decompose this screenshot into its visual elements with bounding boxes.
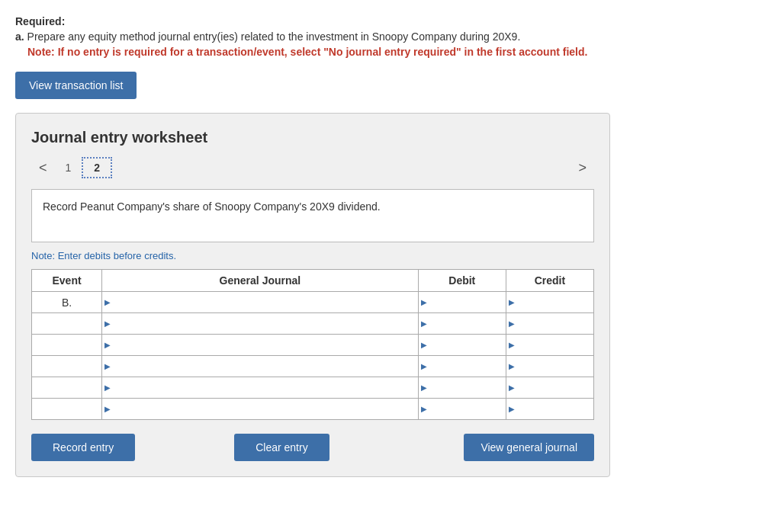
general-journal-cell[interactable]: ▶ bbox=[102, 377, 419, 399]
tab-1[interactable]: 1 bbox=[55, 159, 82, 177]
credit-arrow-icon: ▶ bbox=[506, 298, 516, 306]
debit-input[interactable] bbox=[429, 314, 506, 334]
worksheet-title: Journal entry worksheet bbox=[31, 129, 594, 146]
debit-cell[interactable]: ▶ bbox=[418, 399, 506, 420]
credit-input[interactable] bbox=[516, 293, 593, 312]
prev-tab-arrow[interactable]: < bbox=[31, 160, 55, 176]
general-journal-input[interactable] bbox=[112, 378, 418, 398]
credit-cell[interactable]: ▶ bbox=[506, 292, 593, 313]
debit-arrow-icon: ▶ bbox=[419, 341, 429, 349]
gj-arrow-icon: ▶ bbox=[102, 362, 112, 370]
table-row: ▶▶▶ bbox=[32, 356, 594, 377]
credit-arrow-icon: ▶ bbox=[506, 405, 516, 413]
credit-arrow-icon: ▶ bbox=[506, 319, 516, 328]
debit-cell[interactable]: ▶ bbox=[418, 292, 506, 313]
table-row: ▶▶▶ bbox=[32, 377, 594, 399]
record-entry-button[interactable]: Record entry bbox=[31, 434, 135, 461]
gj-arrow-icon: ▶ bbox=[102, 405, 112, 413]
debit-cell[interactable]: ▶ bbox=[418, 356, 506, 377]
general-journal-cell[interactable]: ▶ bbox=[102, 313, 419, 335]
debit-arrow-icon: ▶ bbox=[419, 405, 429, 413]
general-journal-input[interactable] bbox=[112, 399, 418, 419]
credit-arrow-icon: ▶ bbox=[506, 341, 516, 349]
debit-cell[interactable]: ▶ bbox=[418, 377, 506, 399]
worksheet-container: Journal entry worksheet < 1 2 > Record P… bbox=[15, 113, 610, 477]
debit-cell[interactable]: ▶ bbox=[418, 335, 506, 356]
event-cell bbox=[32, 356, 102, 377]
credit-cell[interactable]: ▶ bbox=[506, 399, 593, 420]
general-journal-cell[interactable]: ▶ bbox=[102, 335, 419, 356]
credit-cell[interactable]: ▶ bbox=[506, 313, 593, 335]
table-row: ▶▶▶ bbox=[32, 335, 594, 356]
tab-2[interactable]: 2 bbox=[82, 157, 112, 178]
event-cell bbox=[32, 313, 102, 335]
credit-arrow-icon: ▶ bbox=[506, 362, 516, 370]
table-row: ▶▶▶ bbox=[32, 399, 594, 420]
header-general-journal: General Journal bbox=[102, 270, 419, 292]
credit-cell[interactable]: ▶ bbox=[506, 356, 593, 377]
required-body: a. Prepare any equity method journal ent… bbox=[15, 30, 766, 43]
event-cell: B. bbox=[32, 292, 102, 313]
debit-input[interactable] bbox=[429, 378, 506, 398]
event-cell bbox=[32, 399, 102, 420]
debit-arrow-icon: ▶ bbox=[419, 298, 429, 306]
credit-input[interactable] bbox=[516, 399, 593, 419]
description-text: Record Peanut Company's share of Snoopy … bbox=[43, 200, 381, 213]
general-journal-input[interactable] bbox=[112, 357, 418, 377]
general-journal-input[interactable] bbox=[112, 293, 418, 312]
credit-input[interactable] bbox=[516, 335, 593, 355]
table-row: ▶▶▶ bbox=[32, 313, 594, 335]
debit-cell[interactable]: ▶ bbox=[418, 313, 506, 335]
header-debit: Debit bbox=[418, 270, 506, 292]
debit-arrow-icon: ▶ bbox=[419, 319, 429, 328]
required-note: Note: If no entry is required for a tran… bbox=[27, 46, 766, 58]
general-journal-cell[interactable]: ▶ bbox=[102, 356, 419, 377]
gj-arrow-icon: ▶ bbox=[102, 298, 112, 306]
view-general-journal-button[interactable]: View general journal bbox=[464, 434, 594, 461]
header-event: Event bbox=[32, 270, 102, 292]
credit-arrow-icon: ▶ bbox=[506, 383, 516, 392]
action-buttons-row: Record entry Clear entry View general jo… bbox=[31, 434, 594, 461]
general-journal-input[interactable] bbox=[112, 314, 418, 334]
table-row: B.▶▶▶ bbox=[32, 292, 594, 313]
next-tab-arrow[interactable]: > bbox=[570, 160, 594, 176]
tab-navigation: < 1 2 > bbox=[31, 157, 594, 178]
item-a-label: a. bbox=[15, 30, 24, 43]
gj-arrow-icon: ▶ bbox=[102, 319, 112, 328]
gj-arrow-icon: ▶ bbox=[102, 383, 112, 392]
debit-input[interactable] bbox=[429, 293, 506, 312]
credit-cell[interactable]: ▶ bbox=[506, 377, 593, 399]
debit-arrow-icon: ▶ bbox=[419, 362, 429, 370]
credit-input[interactable] bbox=[516, 378, 593, 398]
required-section: Required: a. Prepare any equity method j… bbox=[15, 15, 766, 58]
item-a-text: Prepare any equity method journal entry(… bbox=[27, 30, 521, 43]
view-transaction-button[interactable]: View transaction list bbox=[15, 72, 137, 99]
debits-note: Note: Enter debits before credits. bbox=[31, 250, 594, 261]
clear-entry-button[interactable]: Clear entry bbox=[234, 434, 329, 461]
event-cell bbox=[32, 335, 102, 356]
credit-input[interactable] bbox=[516, 357, 593, 377]
header-credit: Credit bbox=[506, 270, 593, 292]
general-journal-cell[interactable]: ▶ bbox=[102, 292, 419, 313]
debit-input[interactable] bbox=[429, 357, 506, 377]
credit-cell[interactable]: ▶ bbox=[506, 335, 593, 356]
description-box: Record Peanut Company's share of Snoopy … bbox=[31, 189, 594, 242]
event-cell bbox=[32, 377, 102, 399]
debit-input[interactable] bbox=[429, 335, 506, 355]
required-title: Required: bbox=[15, 15, 766, 27]
journal-table: Event General Journal Debit Credit B.▶▶▶… bbox=[31, 269, 594, 420]
gj-arrow-icon: ▶ bbox=[102, 341, 112, 349]
credit-input[interactable] bbox=[516, 314, 593, 334]
debit-input[interactable] bbox=[429, 399, 506, 419]
general-journal-input[interactable] bbox=[112, 335, 418, 355]
debit-arrow-icon: ▶ bbox=[419, 383, 429, 392]
general-journal-cell[interactable]: ▶ bbox=[102, 399, 419, 420]
